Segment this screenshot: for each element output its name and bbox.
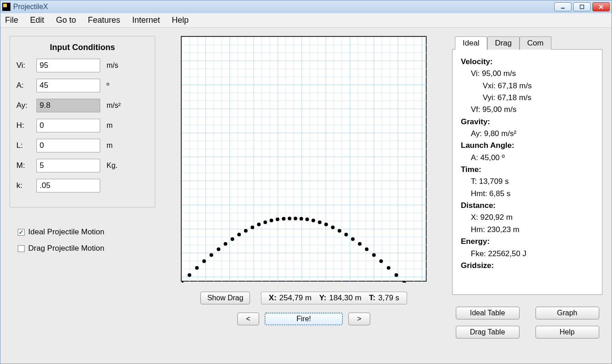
result-vxi: Vxi: 67,18 m/s	[461, 80, 596, 92]
content-area: Input Conditions Vi:m/sA:ºAy:m/s²H:mL:mM…	[0, 28, 612, 364]
svg-point-82	[275, 217, 279, 221]
app-title: ProjectileX	[13, 3, 554, 11]
input-field[interactable]	[36, 79, 100, 92]
drag-table-button[interactable]: Drag Table	[456, 326, 520, 339]
app-window: ProjectileX File Edit Go to Features Int…	[0, 0, 612, 364]
panel-center: Show Drag X: 254,79 m Y: 184,30 m T: 3,7…	[164, 36, 443, 358]
input-field[interactable]	[36, 179, 100, 192]
energy-header: Energy:	[461, 236, 596, 248]
status-readout: X: 254,79 m Y: 184,30 m T: 3,79 s	[261, 292, 407, 304]
menu-edit[interactable]: Edit	[30, 15, 44, 25]
input-label: L:	[16, 141, 36, 150]
input-label: H:	[16, 121, 36, 130]
input-label: A:	[16, 81, 36, 90]
svg-point-71	[202, 259, 206, 263]
drag-motion-checkbox-row: Drag Projectile Motion	[18, 244, 155, 253]
next-step-button[interactable]: >	[348, 313, 370, 325]
status-x-label: X:	[269, 293, 276, 303]
input-row-a: A:º	[16, 79, 148, 92]
minimize-button[interactable]	[554, 2, 571, 11]
svg-point-92	[338, 229, 342, 233]
svg-point-76	[237, 233, 241, 236]
maximize-button[interactable]	[573, 2, 591, 11]
show-drag-button[interactable]: Show Drag	[200, 292, 250, 304]
input-label: M:	[16, 161, 36, 170]
svg-point-97	[372, 253, 376, 257]
result-ay: Ay: 9,80 m/s²	[461, 128, 596, 140]
maximize-icon	[579, 4, 585, 10]
result-vi: Vi: 95,00 m/s	[461, 68, 596, 80]
svg-point-94	[351, 237, 355, 241]
tab-ideal[interactable]: Ideal	[455, 36, 487, 50]
result-hm: Hm: 230,23 m	[461, 224, 596, 236]
input-field[interactable]	[36, 99, 100, 112]
right-button-grid: Ideal Table Graph Drag Table Help	[452, 307, 602, 339]
help-button[interactable]: Help	[536, 326, 599, 339]
prev-step-button[interactable]: <	[237, 313, 259, 325]
result-hmt: Hmt: 6,85 s	[461, 188, 596, 200]
status-t: 3,79 s	[378, 293, 399, 303]
svg-point-68	[182, 281, 184, 283]
motion-mode-group: Ideal Projectile Motion Drag Projectile …	[10, 220, 155, 260]
input-row-ay: Ay:m/s²	[16, 99, 148, 112]
svg-point-98	[379, 259, 383, 263]
svg-point-81	[270, 218, 273, 222]
input-unit: Kg.	[107, 162, 117, 170]
input-row-vi: Vi:m/s	[16, 59, 148, 72]
gridsize-header: Gridsize:	[461, 260, 596, 272]
svg-point-99	[387, 266, 390, 270]
input-field[interactable]	[36, 59, 100, 72]
svg-point-87	[306, 217, 309, 221]
ideal-motion-checkbox-row: Ideal Projectile Motion	[18, 228, 155, 237]
menu-features[interactable]: Features	[88, 15, 120, 25]
ideal-motion-checkbox[interactable]	[18, 229, 25, 236]
panel-left: Input Conditions Vi:m/sA:ºAy:m/s²H:mL:mM…	[10, 36, 155, 358]
close-icon	[598, 4, 604, 10]
input-unit: m	[107, 142, 112, 150]
svg-point-74	[224, 242, 227, 246]
status-t-label: T:	[369, 293, 375, 303]
drag-motion-checkbox[interactable]	[18, 245, 25, 252]
input-row-h: H:m	[16, 119, 148, 132]
menu-file[interactable]: File	[5, 15, 18, 25]
fire-button[interactable]: Fire!	[265, 313, 343, 325]
result-t: T: 13,709 s	[461, 176, 596, 187]
result-vyi: Vyi: 67,18 m/s	[461, 92, 596, 104]
svg-point-84	[288, 217, 291, 220]
input-label: Vi:	[16, 61, 36, 70]
ideal-motion-label: Ideal Projectile Motion	[28, 228, 104, 237]
close-button[interactable]	[592, 2, 610, 11]
svg-point-88	[311, 218, 315, 222]
input-field[interactable]	[36, 119, 100, 132]
distance-header: Distance:	[461, 200, 596, 212]
tab-drag[interactable]: Drag	[487, 36, 520, 50]
menu-help[interactable]: Help	[172, 15, 189, 25]
svg-point-70	[195, 266, 199, 270]
input-conditions-title: Input Conditions	[16, 43, 148, 52]
input-conditions-panel: Input Conditions Vi:m/sA:ºAy:m/s²H:mL:mM…	[10, 36, 155, 207]
menu-goto[interactable]: Go to	[56, 15, 76, 25]
input-field[interactable]	[36, 159, 100, 172]
input-row-l: L:m	[16, 139, 148, 152]
panel-right: Ideal Drag Com Velocity: Vi: 95,00 m/s V…	[452, 36, 602, 358]
tab-com[interactable]: Com	[520, 36, 551, 50]
input-unit: m/s	[107, 61, 118, 70]
status-x: 254,79 m	[279, 293, 311, 303]
input-field[interactable]	[36, 139, 100, 152]
svg-point-101	[403, 281, 406, 283]
svg-point-69	[188, 273, 191, 277]
angle-header: Launch Angle:	[461, 140, 596, 152]
graph-button[interactable]: Graph	[536, 307, 599, 319]
ideal-table-button[interactable]: Ideal Table	[456, 307, 520, 319]
menu-internet[interactable]: Internet	[132, 15, 160, 25]
result-vf: Vf: 95,00 m/s	[461, 104, 596, 116]
svg-point-100	[394, 273, 398, 277]
time-header: Time:	[461, 164, 596, 176]
velocity-header: Velocity:	[461, 56, 596, 68]
results-tabs: Ideal Drag Com	[455, 36, 602, 49]
svg-point-80	[264, 220, 267, 224]
svg-point-79	[257, 222, 260, 226]
svg-point-89	[318, 220, 321, 224]
trajectory-graph	[181, 36, 427, 282]
svg-point-77	[244, 229, 248, 233]
